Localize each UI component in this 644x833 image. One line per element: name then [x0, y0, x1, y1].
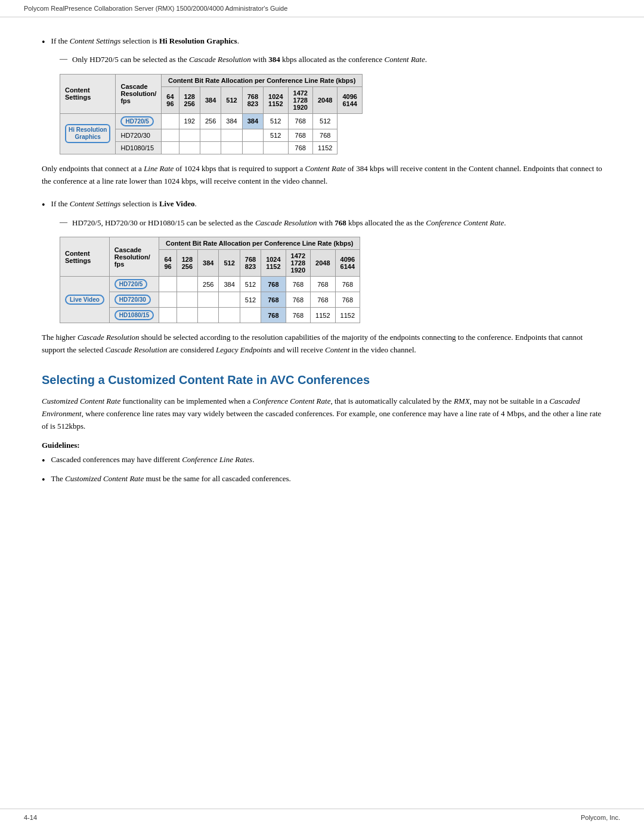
t1r2c8: 768	[313, 129, 338, 141]
t2r3c8: 1152	[311, 308, 335, 323]
table2-rate-1024: 10241152	[261, 250, 286, 277]
t1r3c3	[200, 141, 221, 154]
t1r2c2	[179, 129, 200, 141]
t2r1c3: 256	[198, 277, 219, 292]
live-video-label: Live Video	[65, 295, 104, 305]
dash-item-2: — HD720/5, HD720/30 or HD1080/15 can be …	[60, 217, 602, 229]
t2r1c8: 768	[311, 277, 335, 292]
footer-right: Polycom, Inc.	[581, 814, 620, 821]
table-1-container: ContentSettings CascadeResolution/fps Co…	[60, 74, 602, 154]
table2-res-hd720-5: HD720/5	[109, 277, 159, 292]
t2r1c1	[159, 277, 177, 292]
res-oval-hd720-5: HD720/5	[120, 116, 153, 126]
table2-rate-768: 768823	[240, 250, 261, 277]
res2-oval-hd1080-15: HD1080/15	[114, 310, 154, 320]
table1-col1-header: ContentSettings	[60, 74, 116, 113]
t2r3c6-highlighted: 768	[261, 308, 286, 323]
table2-rate-512: 512	[219, 250, 240, 277]
page-content: • If the Content Settings selection is H…	[0, 17, 644, 527]
table2-rate-4096: 40966144	[335, 250, 360, 277]
table-2-container: ContentSettings CascadeResolution/fps Co…	[60, 237, 602, 323]
table2-res-hd1080-15: HD1080/15	[109, 308, 159, 323]
table-2: ContentSettings CascadeResolution/fps Co…	[60, 237, 360, 323]
table2-res-hd720-30: HD720/30	[109, 292, 159, 308]
bullet-dot-1: •	[42, 36, 45, 49]
t2r1c2	[177, 277, 197, 292]
t1r2c6: 512	[264, 129, 288, 141]
t1r1c2: 192	[179, 113, 200, 129]
t2r3c4	[219, 308, 240, 323]
bullet-item-1: • If the Content Settings selection is H…	[42, 35, 602, 49]
table2-rate-2048: 2048	[311, 250, 335, 277]
dash-mark-2: —	[60, 217, 67, 227]
t1r1c4: 384	[221, 113, 242, 129]
table1-rate-768: 768823	[242, 86, 263, 113]
t1r3c4	[221, 141, 242, 154]
t1r2c1	[162, 129, 179, 141]
section-hi-res: • If the Content Settings selection is H…	[42, 35, 602, 187]
t2r3c2	[177, 308, 197, 323]
t2r2c4	[219, 292, 240, 308]
table1-rate-128: 128256	[179, 86, 200, 113]
footer-left: 4-14	[24, 814, 37, 821]
table1-col2-header: CascadeResolution/fps	[116, 74, 162, 113]
t2r3c1	[159, 308, 177, 323]
page-header: Polycom RealPresence Collaboration Serve…	[0, 0, 644, 17]
t1r2c4	[221, 129, 242, 141]
t2r2c1	[159, 292, 177, 308]
table1-rate-512: 512	[221, 86, 242, 113]
res2-oval-hd720-5: HD720/5	[114, 279, 147, 289]
table1-res-hd720-5: HD720/5	[116, 113, 162, 129]
t1r3c6	[264, 141, 288, 154]
t1r3c5	[242, 141, 263, 154]
t1r2c5	[242, 129, 263, 141]
dash-item-1: — Only HD720/5 can be selected as the Ca…	[60, 54, 602, 66]
res2-oval-hd720-30: HD720/30	[114, 295, 151, 305]
table1-rate-4096: 40966144	[338, 86, 362, 113]
table1-rate-384: 384	[200, 86, 221, 113]
t2r1c6-highlighted: 768	[261, 277, 286, 292]
t1r3c1	[162, 141, 179, 154]
t1r1c1	[162, 113, 179, 129]
guideline-item-2: • The Customized Content Rate must be th…	[42, 473, 602, 487]
table2-col2-header: CascadeResolution/fps	[109, 237, 159, 277]
t2r1c4: 384	[219, 277, 240, 292]
t2r1c9: 768	[335, 277, 360, 292]
page-footer: 4-14 Polycom, Inc.	[0, 809, 644, 821]
guideline-dot-1: •	[42, 454, 45, 467]
table2-col1-header: ContentSettings	[60, 237, 110, 277]
bullet-dot-2: •	[42, 199, 45, 212]
table2-row-label: Live Video	[60, 277, 110, 323]
guideline-item-1: • Cascaded conferences may have differen…	[42, 454, 602, 467]
table1-main-header: Content Bit Rate Allocation per Conferen…	[162, 74, 363, 86]
section-body-para: Customized Content Rate functionality ca…	[42, 395, 602, 432]
table-1: ContentSettings CascadeResolution/fps Co…	[60, 74, 363, 154]
table2-main-header: Content Bit Rate Allocation per Conferen…	[159, 237, 360, 250]
guideline-dot-2: •	[42, 473, 45, 487]
guideline-text-1: Cascaded conferences may have different …	[51, 454, 255, 466]
section-live-video: • If the Content Settings selection is L…	[42, 198, 602, 356]
table1-rate-1472: 147217281920	[288, 86, 312, 113]
t2r3c3	[198, 308, 219, 323]
para-2: The higher Cascade Resolution should be …	[42, 332, 602, 357]
t2r2c7: 768	[286, 292, 310, 308]
t2r2c6-highlighted: 768	[261, 292, 286, 308]
dash-mark-1: —	[60, 54, 67, 63]
dash-text-2: HD720/5, HD720/30 or HD1080/15 can be se…	[72, 217, 506, 229]
guideline-text-2: The Customized Content Rate must be the …	[51, 473, 291, 485]
header-text: Polycom RealPresence Collaboration Serve…	[24, 5, 287, 12]
t1r2c7: 768	[288, 129, 312, 141]
t2r2c5: 512	[240, 292, 261, 308]
t1r1c5-highlighted: 384	[242, 113, 263, 129]
t1r1c6: 512	[264, 113, 288, 129]
table1-rate-64: 6496	[162, 86, 179, 113]
t1r1c3: 256	[200, 113, 221, 129]
para-1: Only endpoints that connect at a Line Ra…	[42, 163, 602, 188]
t2r3c5	[240, 308, 261, 323]
t1r2c3	[200, 129, 221, 141]
section-heading: Selecting a Customized Content Rate in A…	[42, 373, 602, 387]
t2r2c3	[198, 292, 219, 308]
table2-rate-384: 384	[198, 250, 219, 277]
bullet-text-2: If the Content Settings selection is Liv…	[51, 198, 197, 210]
t2r3c9: 1152	[335, 308, 360, 323]
